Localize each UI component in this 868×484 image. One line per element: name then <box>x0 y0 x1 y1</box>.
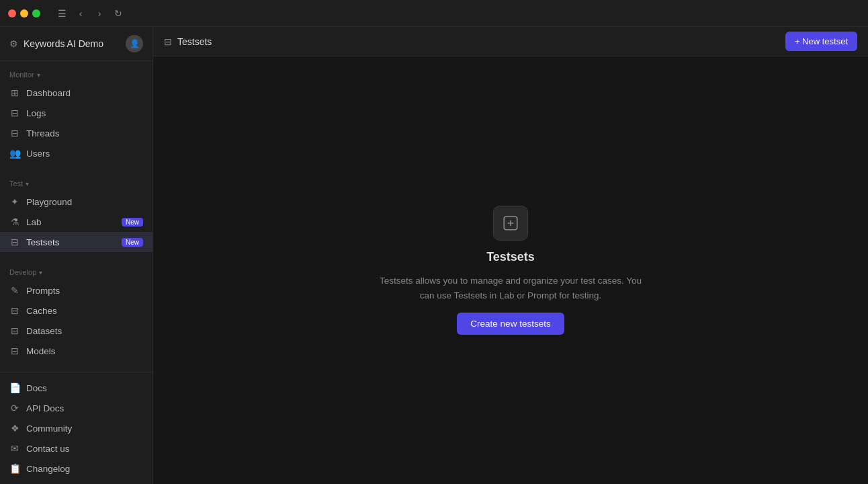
monitor-arrow-icon: ▾ <box>37 71 40 79</box>
sidebar-item-label: Caches <box>26 306 143 316</box>
contact-icon: ✉ <box>9 443 20 454</box>
models-icon: ⊟ <box>9 346 20 356</box>
page-icon: ⊟ <box>164 36 172 47</box>
window-controls <box>8 9 40 17</box>
prompts-icon: ✎ <box>9 285 20 296</box>
docs-icon: 📄 <box>9 382 20 393</box>
sidebar-item-testsets[interactable]: ⊟ Testsets New <box>0 232 153 252</box>
minimize-dot[interactable] <box>20 9 28 17</box>
threads-icon: ⊟ <box>9 128 20 138</box>
sidebar-item-models[interactable]: ⊟ Models <box>0 341 153 361</box>
content-body: Testsets Testsets allows you to manage a… <box>153 56 868 484</box>
sidebar-item-label: Datasets <box>26 326 143 336</box>
sidebar-item-label: Docs <box>26 383 143 393</box>
sidebar-item-label: API Docs <box>26 403 143 413</box>
sidebar-item-label: Logs <box>26 108 143 118</box>
datasets-icon: ⊟ <box>9 325 20 336</box>
testsets-new-badge: New <box>122 238 143 247</box>
app-layout: ⚙ Keywords AI Demo 👤 Monitor ▾ ⊞ Dashboa… <box>0 27 868 484</box>
nav-buttons: ☰ ‹ › ↻ <box>54 5 126 22</box>
dashboard-icon: ⊞ <box>9 87 20 98</box>
user-avatar[interactable]: 👤 <box>126 35 143 52</box>
sidebar-item-api-docs[interactable]: ⟳ API Docs <box>0 398 153 418</box>
sidebar-item-lab[interactable]: ⚗ Lab New <box>0 212 153 232</box>
back-button[interactable]: ‹ <box>73 5 89 22</box>
empty-state-title: Testsets <box>486 250 535 264</box>
sidebar-item-label: Threads <box>26 128 143 138</box>
sidebar-item-label: Community <box>26 424 143 434</box>
content-header: ⊟ Testsets + New testset <box>153 27 868 56</box>
workspace-name: Keywords AI Demo <box>24 38 103 49</box>
titlebar: ☰ ‹ › ↻ <box>0 0 868 27</box>
sidebar-item-logs[interactable]: ⊟ Logs <box>0 103 153 123</box>
forward-button[interactable]: › <box>91 5 107 22</box>
sidebar-item-contact[interactable]: ✉ Contact us <box>0 438 153 458</box>
maximize-dot[interactable] <box>32 9 40 17</box>
sidebar-item-label: Dashboard <box>26 88 143 98</box>
sidebar-item-playground[interactable]: ✦ Playground <box>0 192 153 212</box>
caches-icon: ⊟ <box>9 305 20 316</box>
test-section-label: Test ▾ <box>0 177 153 192</box>
sidebar-item-datasets[interactable]: ⊟ Datasets <box>0 321 153 341</box>
develop-arrow-icon: ▾ <box>39 269 42 276</box>
page-title: Testsets <box>177 36 212 47</box>
sidebar-item-label: Models <box>26 346 143 356</box>
sidebar-item-community[interactable]: ❖ Community <box>0 418 153 438</box>
monitor-section: Monitor ▾ ⊞ Dashboard ⊟ Logs ⊟ Threads 👥… <box>0 61 153 170</box>
lab-new-badge: New <box>122 218 143 227</box>
playground-icon: ✦ <box>9 196 20 207</box>
empty-state-description: Testsets allows you to manage and organi… <box>376 274 645 302</box>
testsets-icon: ⊟ <box>9 237 20 247</box>
main-content: ⊟ Testsets + New testset Testsets Testse… <box>153 27 868 484</box>
logs-icon: ⊟ <box>9 108 20 118</box>
sidebar-toggle-button[interactable]: ☰ <box>54 5 70 22</box>
gear-icon: ⚙ <box>9 38 18 49</box>
empty-state: Testsets Testsets allows you to manage a… <box>376 206 645 334</box>
sidebar-item-label: Prompts <box>26 286 143 296</box>
sidebar-item-label: Contact us <box>26 444 143 454</box>
page-title-area: ⊟ Testsets <box>164 36 212 47</box>
create-testsets-button[interactable]: Create new testsets <box>457 313 564 335</box>
new-testset-button[interactable]: + New testset <box>785 32 857 51</box>
refresh-button[interactable]: ↻ <box>110 5 126 22</box>
sidebar-item-label: Lab <box>26 217 116 227</box>
workspace-info: ⚙ Keywords AI Demo <box>9 38 103 49</box>
sidebar: ⚙ Keywords AI Demo 👤 Monitor ▾ ⊞ Dashboa… <box>0 27 153 484</box>
develop-section: Develop ▾ ✎ Prompts ⊟ Caches ⊟ Datasets … <box>0 259 153 368</box>
sidebar-item-label: Users <box>26 149 143 159</box>
sidebar-item-prompts[interactable]: ✎ Prompts <box>0 280 153 300</box>
test-section: Test ▾ ✦ Playground ⚗ Lab New ⊟ Testsets… <box>0 170 153 259</box>
sidebar-item-dashboard[interactable]: ⊞ Dashboard <box>0 83 153 103</box>
users-icon: 👥 <box>9 148 20 159</box>
develop-section-label: Develop ▾ <box>0 266 153 280</box>
sidebar-item-caches[interactable]: ⊟ Caches <box>0 300 153 321</box>
changelog-icon: 📋 <box>9 463 20 474</box>
sidebar-item-docs[interactable]: 📄 Docs <box>0 378 153 398</box>
sidebar-item-label: Testsets <box>26 237 116 247</box>
empty-state-icon <box>493 206 528 241</box>
close-dot[interactable] <box>8 9 16 17</box>
lab-icon: ⚗ <box>9 216 20 227</box>
community-icon: ❖ <box>9 423 20 434</box>
user-icon: 👤 <box>130 39 140 48</box>
sidebar-item-users[interactable]: 👥 Users <box>0 143 153 163</box>
sidebar-item-changelog[interactable]: 📋 Changelog <box>0 458 153 479</box>
sidebar-item-threads[interactable]: ⊟ Threads <box>0 123 153 143</box>
test-arrow-icon: ▾ <box>26 180 29 188</box>
sidebar-item-label: Changelog <box>26 464 143 474</box>
api-docs-icon: ⟳ <box>9 403 20 413</box>
monitor-section-label: Monitor ▾ <box>0 68 153 83</box>
sidebar-bottom: 📄 Docs ⟳ API Docs ❖ Community ✉ Contact … <box>0 372 153 484</box>
sidebar-header: ⚙ Keywords AI Demo 👤 <box>0 27 153 61</box>
sidebar-item-label: Playground <box>26 197 143 207</box>
